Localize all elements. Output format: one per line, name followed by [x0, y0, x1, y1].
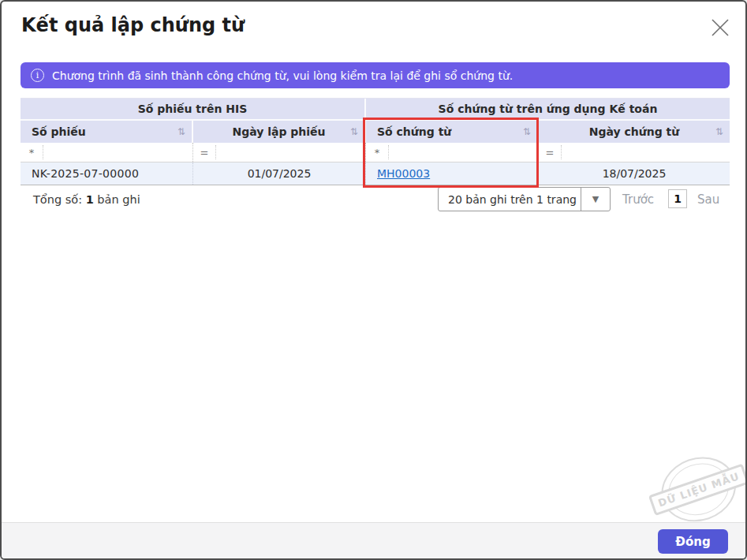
total-records: Tổng số: 1 bản ghi — [33, 193, 140, 206]
filter-input[interactable] — [561, 145, 730, 159]
sort-icon[interactable]: ⇅ — [177, 126, 185, 137]
current-page-box[interactable]: 1 — [668, 189, 687, 208]
filter-input[interactable] — [43, 145, 192, 159]
next-page-button[interactable]: Sau — [697, 192, 719, 207]
sort-icon[interactable]: ⇅ — [715, 126, 723, 137]
sort-icon[interactable]: ⇅ — [523, 126, 531, 137]
column-label: Số chứng từ — [377, 125, 451, 138]
sample-data-watermark: DỮ LIỆU MẪU — [652, 446, 746, 532]
sort-icon[interactable]: ⇅ — [350, 126, 358, 137]
chevron-down-icon[interactable]: ▼ — [581, 188, 610, 211]
stamp-inner-ring — [661, 455, 736, 523]
stamp-outer-ring — [652, 447, 745, 532]
document-link[interactable]: MH00003 — [377, 167, 430, 180]
filter-operator[interactable]: = — [539, 147, 561, 159]
column-header-row: Số phiếu ⇅ Ngày lập phiếu ⇅ Số chứng từ … — [21, 121, 730, 143]
dialog-footer: Đóng — [2, 522, 745, 558]
column-header-ngay-lap-phieu[interactable]: Ngày lập phiếu ⇅ — [193, 121, 366, 143]
column-label: Số phiếu — [32, 125, 86, 138]
filter-operator[interactable]: * — [21, 147, 43, 159]
table-row: NK-2025-07-00000 01/07/2025 MH00003 18/0… — [21, 162, 730, 185]
cell-ngay-chung-tu: 18/07/2025 — [539, 162, 730, 185]
banner-text: Chương trình đã sinh thành công chứng từ… — [52, 69, 513, 82]
column-header-so-chung-tu[interactable]: Số chứng từ ⇅ — [366, 121, 539, 143]
filter-so-phieu[interactable]: * — [21, 143, 193, 162]
cell-so-phieu: NK-2025-07-00000 — [21, 162, 193, 185]
group-header-row: Số phiếu trên HIS Số chứng từ trên ứng d… — [21, 99, 730, 121]
page-size-value: 20 bản ghi trên 1 trang — [439, 193, 581, 206]
column-label: Ngày lập phiếu — [232, 125, 325, 138]
total-label: Tổng số: — [33, 193, 82, 206]
close-icon-glyph — [710, 17, 730, 38]
page-size-select[interactable]: 20 bản ghi trên 1 trang ▼ — [438, 187, 611, 211]
column-label: Ngày chứng từ — [589, 125, 680, 138]
group-header-his: Số phiếu trên HIS — [21, 99, 366, 121]
column-header-so-phieu[interactable]: Số phiếu ⇅ — [21, 121, 193, 143]
close-icon[interactable] — [708, 15, 733, 40]
close-button[interactable]: Đóng — [658, 529, 728, 554]
filter-input[interactable] — [215, 145, 365, 159]
group-header-ke-toan: Số chứng từ trên ứng dụng Kế toán — [366, 99, 730, 121]
column-header-ngay-chung-tu[interactable]: Ngày chứng từ ⇅ — [539, 121, 730, 143]
filter-so-chung-tu[interactable]: * — [366, 143, 539, 162]
filter-operator[interactable]: = — [193, 147, 215, 159]
cell-so-chung-tu: MH00003 — [366, 162, 539, 185]
prev-page-button[interactable]: Trước — [622, 192, 654, 207]
result-dialog: Kết quả lập chứng từ i Chương trình đã s… — [0, 0, 747, 560]
result-table: Số phiếu trên HIS Số chứng từ trên ứng d… — [21, 98, 730, 185]
filter-operator[interactable]: * — [366, 147, 388, 159]
info-banner: i Chương trình đã sinh thành công chứng … — [21, 62, 730, 88]
filter-row: * = * = — [21, 143, 730, 162]
total-suffix: bản ghi — [97, 193, 140, 206]
stamp-text: DỮ LIỆU MẪU — [648, 464, 747, 517]
info-icon: i — [31, 69, 44, 82]
filter-ngay-lap-phieu[interactable]: = — [193, 143, 366, 162]
total-count: 1 — [86, 193, 94, 206]
cell-ngay-lap-phieu: 01/07/2025 — [193, 162, 366, 185]
page-title: Kết quả lập chứng từ — [21, 14, 245, 36]
filter-input[interactable] — [388, 145, 538, 159]
filter-ngay-chung-tu[interactable]: = — [539, 143, 730, 162]
